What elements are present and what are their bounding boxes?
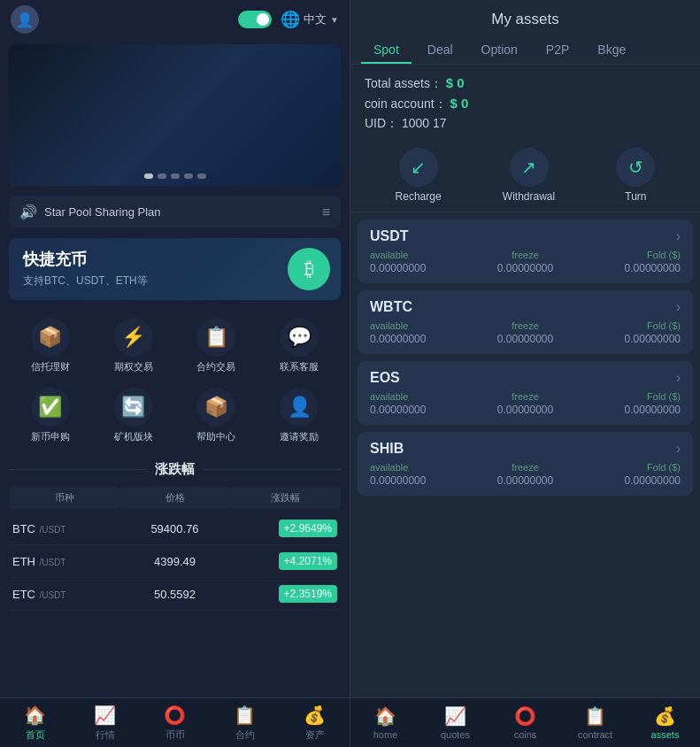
fold-val-1: 0.00000000 bbox=[578, 333, 681, 345]
right-nav-icon-2: ⭕ bbox=[514, 705, 536, 727]
freeze-val-0: 0.00000000 bbox=[474, 262, 577, 274]
coin-card-shib[interactable]: SHIB › available freeze Fold ($) 0.00000… bbox=[358, 432, 693, 496]
right-panel: My assets SpotDealOptionP2PBkge Total as… bbox=[350, 0, 700, 747]
coin-price-1: 4399.49 bbox=[120, 555, 228, 568]
right-title: My assets bbox=[365, 11, 686, 28]
right-nav-label-1: quotes bbox=[441, 729, 470, 740]
left-nav-icon-4: 💰 bbox=[304, 705, 326, 726]
menu-grid: 📦 信托理财 ⚡ 期权交易 📋 合约交易 💬 联系客服 ✅ 新币申购 🔄 矿机版… bbox=[9, 311, 341, 451]
coin-card-wbtc[interactable]: WBTC › available freeze Fold ($) 0.00000… bbox=[358, 290, 693, 354]
menu-item-1[interactable]: ⚡ 期权交易 bbox=[92, 311, 175, 381]
tab-bkge[interactable]: Bkge bbox=[585, 37, 638, 64]
right-nav-item-assets[interactable]: 💰 assets bbox=[630, 698, 700, 747]
left-nav-icon-2: ⭕ bbox=[164, 705, 186, 726]
coin-account-label: coin account： bbox=[365, 96, 447, 111]
menu-icon-7: 👤 bbox=[280, 388, 319, 427]
market-title: 涨跌幅 bbox=[155, 461, 195, 478]
menu-item-0[interactable]: 📦 信托理财 bbox=[9, 311, 92, 381]
menu-item-2[interactable]: 📋 合约交易 bbox=[175, 311, 258, 381]
coin-card-usdt[interactable]: USDT › available freeze Fold ($) 0.00000… bbox=[358, 219, 693, 283]
menu-icon-1: ⚡ bbox=[114, 318, 153, 357]
right-nav-icon-1: 📈 bbox=[444, 705, 466, 727]
uid-value: 1000 17 bbox=[402, 116, 447, 130]
theme-toggle[interactable] bbox=[238, 11, 272, 28]
tab-deal[interactable]: Deal bbox=[415, 37, 465, 64]
menu-item-3[interactable]: 💬 联系客服 bbox=[258, 311, 341, 381]
change-badge-1: +4.2071% bbox=[279, 552, 337, 570]
market-row-2[interactable]: ETC /USDT 50.5592 +2.3519% bbox=[9, 578, 341, 611]
freeze-val-1: 0.00000000 bbox=[474, 333, 577, 345]
menu-icon[interactable]: ≡ bbox=[322, 204, 330, 220]
action-btn-withdrawal[interactable]: ↗ Withdrawal bbox=[503, 148, 555, 203]
freeze-label-1: freeze bbox=[474, 320, 577, 331]
chevron-right-icon-1: › bbox=[676, 299, 681, 315]
change-badge-0: +2.9649% bbox=[279, 520, 337, 537]
quick-charge-subtitle: 支持BTC、USDT、ETH等 bbox=[23, 273, 327, 289]
left-nav-icon-3: 📋 bbox=[234, 705, 256, 726]
market-section: 涨跌幅 币种价格涨跌幅 BTC /USDT 59400.76 +2.9649% … bbox=[9, 461, 341, 692]
left-nav-item-合约[interactable]: 📋 合约 bbox=[210, 698, 280, 747]
total-assets-value: $ 0 bbox=[446, 75, 465, 90]
available-label-0: available bbox=[370, 250, 473, 260]
dot-3 bbox=[171, 173, 180, 179]
right-nav-item-quotes[interactable]: 📈 quotes bbox=[420, 698, 490, 747]
fold-val-0: 0.00000000 bbox=[578, 262, 681, 274]
quick-charge-title: 快捷充币 bbox=[23, 249, 327, 270]
left-bottom-nav: 🏠 首页 📈 行情 ⭕ 币币 📋 合约 💰 资产 bbox=[0, 697, 350, 747]
right-nav-item-contract[interactable]: 📋 contract bbox=[560, 698, 630, 747]
tab-p2p[interactable]: P2P bbox=[534, 37, 581, 64]
fold-val-2: 0.00000000 bbox=[578, 404, 681, 416]
market-row-1[interactable]: ETH /USDT 4399.49 +4.2071% bbox=[9, 545, 341, 578]
action-icon-1: ↗ bbox=[510, 148, 549, 187]
right-nav-item-coins[interactable]: ⭕ coins bbox=[490, 698, 560, 747]
announcement-bar[interactable]: 🔊 Star Pool Sharing Plan ≡ bbox=[9, 196, 341, 227]
col-header-1: 价格 bbox=[119, 487, 230, 509]
right-nav-icon-0: 🏠 bbox=[374, 705, 396, 727]
left-nav-item-币币[interactable]: ⭕ 币币 bbox=[140, 698, 210, 747]
left-nav-item-资产[interactable]: 💰 资产 bbox=[280, 698, 350, 747]
available-val-0: 0.00000000 bbox=[370, 262, 473, 274]
chevron-right-icon-2: › bbox=[676, 370, 681, 386]
menu-label-7: 邀请奖励 bbox=[280, 430, 319, 443]
freeze-label-3: freeze bbox=[474, 462, 577, 473]
menu-label-1: 期权交易 bbox=[114, 360, 153, 374]
lang-label: 中文 bbox=[304, 12, 327, 27]
banner-image bbox=[9, 44, 341, 186]
coin-price-0: 59400.76 bbox=[120, 522, 228, 535]
announce-icon: 🔊 bbox=[19, 204, 37, 220]
left-nav-item-行情[interactable]: 📈 行情 bbox=[70, 698, 140, 747]
left-nav-item-首页[interactable]: 🏠 首页 bbox=[0, 698, 70, 747]
tab-spot[interactable]: Spot bbox=[361, 37, 412, 64]
market-columns: 币种价格涨跌幅 bbox=[9, 483, 341, 512]
quick-charge-banner[interactable]: 快捷充币 支持BTC、USDT、ETH等 ₿ bbox=[9, 238, 341, 300]
action-btn-recharge[interactable]: ↙ Recharge bbox=[396, 148, 442, 203]
menu-item-4[interactable]: ✅ 新币申购 bbox=[9, 381, 92, 451]
available-label-3: available bbox=[370, 462, 473, 473]
fold-val-3: 0.00000000 bbox=[578, 474, 681, 487]
menu-icon-4: ✅ bbox=[31, 388, 70, 427]
menu-item-7[interactable]: 👤 邀请奖励 bbox=[258, 381, 341, 451]
action-btn-turn[interactable]: ↺ Turn bbox=[616, 148, 655, 203]
menu-icon-5: 🔄 bbox=[114, 388, 153, 427]
coin-name-0: BTC bbox=[12, 522, 35, 535]
coin-card-eos[interactable]: EOS › available freeze Fold ($) 0.000000… bbox=[358, 361, 693, 425]
language-selector[interactable]: 🌐 中文 ▼ bbox=[281, 10, 339, 29]
right-nav-label-2: coins bbox=[514, 729, 537, 740]
menu-item-5[interactable]: 🔄 矿机版块 bbox=[92, 381, 175, 451]
market-row-0[interactable]: BTC /USDT 59400.76 +2.9649% bbox=[9, 512, 341, 545]
total-assets-line: Total assets： $ 0 bbox=[365, 75, 686, 92]
coin-price-2: 50.5592 bbox=[120, 588, 228, 601]
menu-icon-2: 📋 bbox=[196, 318, 235, 357]
right-nav-item-home[interactable]: 🏠 home bbox=[350, 698, 420, 747]
freeze-val-3: 0.00000000 bbox=[474, 474, 577, 487]
market-rows: BTC /USDT 59400.76 +2.9649% ETH /USDT 43… bbox=[9, 512, 341, 611]
available-val-3: 0.00000000 bbox=[370, 474, 473, 487]
action-label-2: Turn bbox=[625, 190, 646, 203]
action-icon-2: ↺ bbox=[616, 148, 655, 187]
avatar[interactable]: 👤 bbox=[11, 5, 39, 34]
total-assets-label: Total assets： bbox=[365, 76, 442, 90]
banner-dots bbox=[144, 173, 206, 179]
menu-item-6[interactable]: 📦 帮助中心 bbox=[175, 381, 258, 451]
tab-option[interactable]: Option bbox=[469, 37, 530, 64]
left-nav-label-0: 首页 bbox=[26, 728, 45, 742]
